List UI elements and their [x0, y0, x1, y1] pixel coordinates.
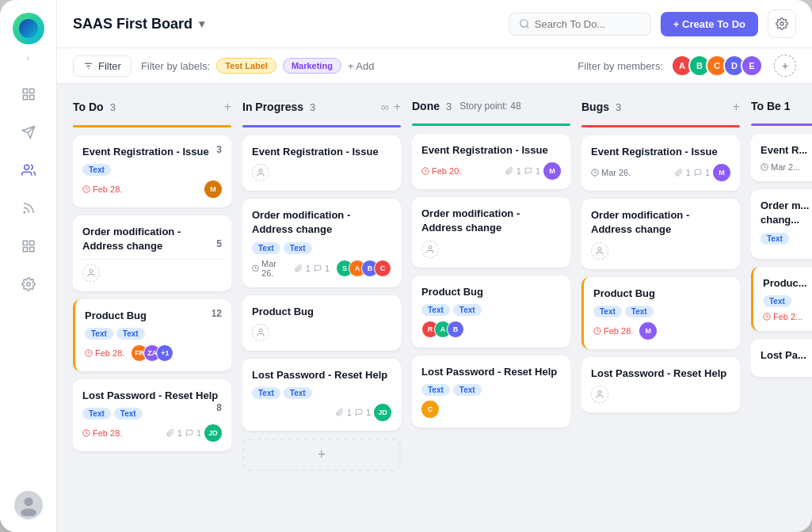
column-count-todo: 3 [110, 101, 116, 113]
card-bugs-3[interactable]: Product Bug Text Text Feb 28. M [581, 277, 740, 349]
column-title-inprogress: In Progress [242, 101, 303, 113]
card-bugs-1[interactable]: Event Registration - Issue Mar 26. 1 1 [581, 135, 740, 191]
attachment-icon [336, 408, 344, 416]
card-todo-4[interactable]: Lost Password - Reset Help 8 Text Text F… [73, 379, 231, 451]
card-avatar: M [543, 162, 561, 180]
column-bar-todo [73, 125, 231, 127]
card-footer: 1 1 JD [252, 404, 391, 421]
sidebar-nav [13, 78, 44, 491]
add-label-button[interactable]: + Add [348, 60, 375, 72]
card-assign-placeholder [591, 386, 608, 403]
clock-icon [761, 163, 768, 171]
member-avatar-5[interactable]: E [741, 55, 763, 77]
card-done-4[interactable]: Lost Password - Reset Help Text Text C [412, 355, 570, 428]
card-done-2[interactable]: Order modification - Address change [412, 197, 570, 267]
member-avatars: A B C D E [671, 55, 763, 77]
card-tag: Text [625, 306, 654, 317]
card-meta: 1 1 M [505, 162, 561, 180]
search-box[interactable] [509, 13, 651, 36]
card-inprogress-3[interactable]: Product Bug [242, 295, 401, 351]
sidebar-item-send[interactable] [13, 116, 44, 148]
board-area: To Do 3 + Event Registration - Issue 3 T… [57, 84, 812, 532]
svg-rect-10 [23, 248, 27, 252]
card-avatar: B [447, 321, 464, 338]
clock-icon [82, 185, 90, 193]
card-todo-1[interactable]: Event Registration - Issue 3 Text Feb 28… [73, 135, 231, 207]
add-card-inprogress-button[interactable]: + [242, 439, 401, 471]
card-tags: Text Text [421, 304, 561, 316]
user-avatar[interactable] [14, 491, 43, 519]
comment-icon [694, 169, 702, 177]
card-inprogress-2[interactable]: Order modification - Address change Text… [242, 199, 401, 287]
clock-icon [763, 313, 771, 321]
card-count: 12 [212, 307, 222, 321]
card-tag: Text [82, 408, 111, 420]
card-todo-3[interactable]: Product Bug 12 Text Text Feb 28. FR [73, 299, 231, 371]
card-tobe-3[interactable]: Produc... Text Feb 2... [751, 267, 812, 331]
column-title-tobe: To Be 1 [751, 100, 791, 112]
column-inprogress: In Progress 3 ∞ + Event Registration - I… [242, 97, 401, 519]
card-bugs-4[interactable]: Lost Password - Reset Help [581, 357, 740, 412]
card-inprogress-1[interactable]: Event Registration - Issue [242, 135, 401, 191]
card-footer: Feb 28. M [593, 322, 730, 340]
infinity-icon: ∞ [381, 101, 389, 113]
attachment-icon [505, 167, 513, 175]
create-todo-button[interactable]: + Create To Do [661, 12, 758, 36]
label-badge-marketing[interactable]: Marketing [283, 58, 341, 74]
sidebar-item-grid[interactable] [13, 230, 44, 262]
board-title-chevron-icon[interactable]: ▾ [199, 17, 204, 30]
svg-rect-8 [23, 241, 27, 245]
filter-button[interactable]: Filter [73, 55, 132, 77]
card-date: Feb 20. [421, 166, 461, 176]
card-meta: 1 1 JD [336, 404, 391, 421]
svg-rect-9 [29, 241, 33, 245]
comment-icon [314, 264, 322, 272]
card-count: 8 [216, 401, 222, 415]
clock-icon [82, 429, 90, 437]
card-footer: Feb 28. M [82, 180, 222, 198]
sidebar-item-settings[interactable] [13, 268, 44, 300]
card-bugs-2[interactable]: Order modification - Address change [581, 199, 740, 268]
clock-icon [252, 264, 259, 272]
card-tobe-2[interactable]: Order m... chang... Text [751, 189, 812, 258]
card-meta: M [204, 180, 222, 198]
sidebar-collapse-icon[interactable]: › [27, 54, 29, 63]
card-title: Product Bug [252, 305, 391, 319]
column-count-inprogress: 3 [310, 101, 315, 113]
card-footer: C [421, 401, 561, 418]
search-icon [519, 18, 530, 29]
card-inprogress-4[interactable]: Lost Password - Reset Help Text Text 1 1 [242, 359, 401, 431]
main-content: SAAS First Board ▾ + Create To Do Filter… [57, 0, 812, 532]
add-member-button[interactable]: + [774, 55, 796, 77]
column-add-bugs-button[interactable]: + [733, 100, 740, 114]
card-footer [252, 164, 391, 181]
card-done-1[interactable]: Event Registration - Issue Feb 20. 1 1 [412, 134, 570, 189]
column-icons-inprogress: ∞ + [381, 100, 401, 114]
sidebar-item-team[interactable] [13, 154, 44, 186]
card-footer: Feb 28. 1 1 JD [82, 424, 222, 442]
attachment-icon [166, 429, 174, 437]
card-footer: Feb 20. 1 1 M [421, 162, 561, 180]
sidebar-item-feed[interactable] [13, 192, 44, 224]
board-settings-button[interactable] [768, 10, 796, 38]
sidebar-item-board[interactable] [13, 78, 44, 110]
label-badge-test[interactable]: Test Label [216, 58, 276, 74]
app-window: › [0, 0, 812, 532]
search-input[interactable] [535, 18, 630, 30]
svg-rect-1 [29, 89, 33, 93]
column-add-todo-button[interactable]: + [224, 100, 231, 114]
column-bar-tobe [751, 124, 812, 126]
filter-label: Filter [98, 60, 121, 72]
card-done-3[interactable]: Product Bug Text Text R A B [412, 276, 570, 348]
sidebar-logo[interactable] [13, 13, 44, 44]
card-title: Order modification - Address change [421, 207, 561, 235]
multi-avatars: S A B C [336, 260, 391, 277]
column-add-inprogress-button[interactable]: + [394, 100, 401, 114]
card-tobe-1[interactable]: Event R... Mar 2... [751, 134, 812, 181]
card-title: Lost Password - Reset Help [252, 368, 391, 382]
column-icons-bugs: + [733, 100, 740, 114]
card-tobe-4[interactable]: Lost Pa... [751, 339, 812, 377]
card-avatar: JD [204, 424, 222, 442]
card-assign-placeholder [421, 241, 439, 258]
card-todo-2[interactable]: Order modification - Address change 5 [73, 215, 231, 291]
